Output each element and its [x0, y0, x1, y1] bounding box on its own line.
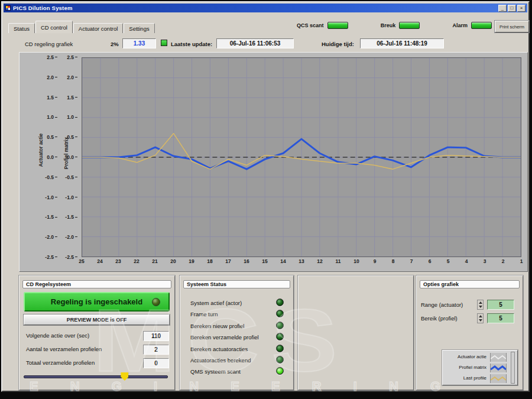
tab-bar: StatusCD controlActuator controlSettings: [8, 21, 155, 33]
y-tick-label: -1.0: [45, 194, 57, 200]
status-row: Actuatoracties berekend: [190, 356, 284, 365]
x-tick-label: 19: [189, 258, 194, 264]
tab-cd-control[interactable]: CD control: [35, 21, 73, 33]
chart-plot: [82, 57, 521, 257]
y-tick-label: 1.5: [67, 95, 77, 100]
x-tick-label: 17: [225, 258, 231, 264]
y-tick-label: 1.5: [47, 95, 57, 100]
empty-panel: [298, 275, 414, 390]
x-tick-label: 9: [374, 258, 377, 264]
status-row: Bereken actuatoracties: [190, 345, 284, 354]
field-label: Aantal te verzamelen profielen: [26, 346, 102, 352]
print-screen-button[interactable]: Print scherm: [495, 21, 529, 33]
tab-status[interactable]: Status: [8, 23, 35, 33]
percent-label: 2%: [111, 41, 119, 47]
status-row: Bereken nieuw profiel: [190, 322, 284, 331]
x-tick-label: 7: [410, 258, 413, 264]
field-value[interactable]: 110: [143, 331, 169, 341]
y-axis-right: 2.52.01.51.00.50.0-0.5-1.0-1.5-2.0-2.5: [60, 57, 77, 257]
status-row: Frame turn: [190, 310, 284, 319]
field-row: Totaal verzamelde profielen0: [26, 358, 169, 368]
status-label: Bereken actuatoracties: [190, 346, 248, 352]
field-value[interactable]: 0: [143, 358, 169, 368]
x-tick-label: 6: [429, 258, 432, 264]
titlebar: PICS Dilution System _ □ ×: [4, 4, 527, 12]
progress-slider[interactable]: [24, 375, 168, 378]
legend-row: Actuator actie: [445, 352, 511, 362]
legend-label: Profiel matrix: [445, 365, 486, 370]
status-label: Frame turn: [190, 311, 218, 317]
y-tick-label: 2.5: [47, 54, 57, 60]
minimize-icon[interactable]: _: [498, 5, 507, 12]
last-update-value: 06-Jul-16 11:06:53: [216, 38, 294, 48]
plot-legend: Actuator actieProfiel matrixLast profile: [442, 350, 518, 385]
status-led-icon: [276, 310, 284, 317]
spin-up-icon[interactable]: [479, 315, 482, 317]
y-tick-label: -2.0: [65, 234, 77, 240]
option-value[interactable]: 5: [487, 300, 514, 310]
y-axis-left: 2.52.01.51.00.50.0-0.5-1.0-1.5-2.0-2.5: [37, 57, 57, 257]
indicator-label: Alarm: [452, 22, 468, 28]
field-value[interactable]: 2: [143, 345, 169, 355]
status-row: QMS systeem scant: [190, 367, 284, 377]
x-tick-label: 3: [484, 258, 486, 264]
y-tick-label: -1.5: [65, 214, 77, 220]
y-tick-label: 0.0: [47, 154, 57, 160]
legend-sample-icon[interactable]: [490, 353, 507, 362]
update-led-icon: [161, 40, 167, 46]
status-label: Bereken nieuw profiel: [190, 323, 244, 329]
regeling-toggle-button[interactable]: Regeling is ingeschakeld: [24, 292, 170, 312]
percent-value-field: 1.33: [122, 38, 156, 48]
tab-settings[interactable]: Settings: [124, 23, 154, 33]
regeling-led-icon: [152, 298, 160, 306]
indicator-qcs-scant: QCS scant: [297, 22, 348, 29]
chart-panel: Actuator actie Profiel matrix 2.52.01.51…: [19, 52, 528, 272]
legend-scrollbar[interactable]: [511, 352, 515, 384]
x-tick-label: 4: [465, 258, 468, 264]
close-icon[interactable]: ×: [517, 5, 525, 12]
status-led-icon: [276, 345, 284, 352]
x-tick-label: 18: [207, 258, 212, 264]
y-tick-label: 2.0: [47, 74, 57, 80]
maximize-icon[interactable]: □: [508, 5, 516, 12]
status-panel-header: Systeem Status: [183, 280, 290, 288]
y-tick-label: 0.0: [67, 154, 77, 160]
green-led-icon: [471, 22, 492, 29]
x-tick-label: 2: [502, 258, 505, 264]
status-led-icon: [276, 367, 284, 375]
x-tick-label: 5: [447, 258, 450, 264]
x-tick-label: 8: [392, 258, 395, 264]
y-tick-label: 2.5: [67, 54, 77, 60]
status-label: Actuatoracties berekend: [190, 357, 251, 364]
field-label: Volgende actie over (sec): [26, 332, 89, 339]
y-tick-label: 1.0: [47, 114, 57, 120]
tab-actuator-control[interactable]: Actuator control: [73, 23, 124, 33]
option-value[interactable]: 5: [487, 313, 514, 323]
graph-title-label: CD regeling grafiek: [25, 41, 73, 47]
window-title: PICS Dilution System: [13, 5, 497, 11]
y-tick-label: -1.0: [65, 194, 77, 200]
status-row: Bereken verzamelde profiel: [190, 333, 284, 342]
legend-sample-icon[interactable]: [490, 374, 507, 383]
x-tick-label: 10: [353, 258, 359, 264]
x-axis: 2524232221201918171615141312111098765432…: [82, 258, 521, 267]
spin-down-icon[interactable]: [479, 306, 482, 308]
status-led-icon: [276, 322, 284, 329]
indicator-label: QCS scant: [297, 22, 324, 28]
y-tick-label: -2.5: [65, 254, 77, 260]
y-tick-label: 0.5: [47, 134, 57, 140]
y-tick-label: -2.0: [45, 234, 57, 240]
x-tick-label: 1: [520, 258, 523, 264]
status-label: System actief (actor): [190, 300, 242, 306]
spin-down-icon[interactable]: [479, 319, 482, 322]
x-tick-label: 22: [134, 258, 139, 264]
preview-mode-button[interactable]: PREVIEW MODE is OFF: [24, 314, 170, 325]
x-tick-label: 25: [79, 258, 84, 264]
spin-up-icon[interactable]: [479, 301, 482, 304]
spinner-control[interactable]: [477, 313, 484, 323]
spinner-control[interactable]: [477, 300, 484, 310]
indicator-breuk: Breuk: [381, 22, 420, 29]
screen: PICS Dilution System _ □ × StatusCD cont…: [0, 0, 532, 399]
legend-sample-icon[interactable]: [490, 364, 507, 372]
y-tick-label: 0.5: [67, 134, 77, 140]
